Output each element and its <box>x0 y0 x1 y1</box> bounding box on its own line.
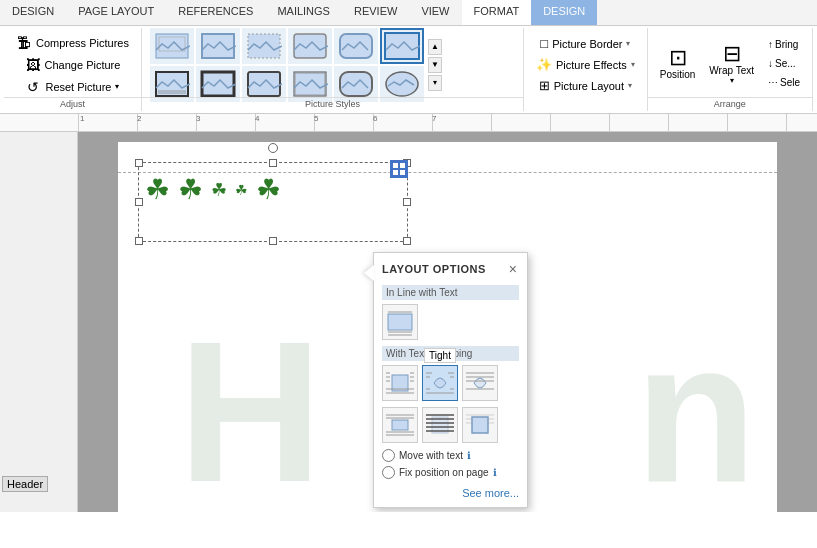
compress-label: Compress Pictures <box>36 37 129 49</box>
svg-rect-44 <box>392 420 408 430</box>
bring-icon: ↑ <box>768 39 773 50</box>
send-label: Se... <box>775 58 796 69</box>
style-thumbs-row-1 <box>150 28 424 64</box>
svg-rect-19 <box>400 170 405 175</box>
picture-layout-icon: ⊞ <box>539 78 550 93</box>
tab-view[interactable]: VIEW <box>409 0 461 25</box>
wrap-text-icon: ⊟ <box>723 43 741 65</box>
front-text-button[interactable] <box>462 407 498 443</box>
top-bottom-wrap-icon <box>386 411 414 439</box>
inline-text-button[interactable] <box>382 304 418 340</box>
picture-layout-dropdown: ▾ <box>628 81 632 90</box>
gallery-down-arrow[interactable]: ▼ <box>428 57 442 73</box>
svg-rect-58 <box>472 417 488 433</box>
move-with-text-row: Move with text ℹ <box>382 449 519 462</box>
bring-button[interactable]: ↑ Bring <box>762 37 806 52</box>
gallery-expand-arrow[interactable]: ▾ <box>428 75 442 91</box>
through-wrap-icon <box>466 369 494 397</box>
behind-text-button[interactable] <box>422 407 458 443</box>
gallery-scroll: ▲ ▼ ▾ <box>428 39 442 91</box>
popup-close-button[interactable]: × <box>507 261 519 277</box>
doc-area: ☘ ☘ ☘ ☘ ☘ H n <box>78 132 817 512</box>
handle-bottom-center[interactable] <box>269 237 277 245</box>
inline-text-icon <box>386 308 414 336</box>
adjust-group: 🗜 Compress Pictures 🖼 Change Picture ↺ R… <box>4 28 142 111</box>
fix-position-label: Fix position on page <box>399 467 489 478</box>
front-text-icon <box>466 411 494 439</box>
header-label: Header <box>2 476 48 492</box>
gallery-up-arrow[interactable]: ▲ <box>428 39 442 55</box>
fix-position-row: Fix position on page ℹ <box>382 466 519 479</box>
svg-rect-18 <box>393 170 398 175</box>
svg-rect-17 <box>400 163 405 168</box>
square-wrap-icon <box>386 369 414 397</box>
tab-references[interactable]: REFERENCES <box>166 0 265 25</box>
compress-pictures-button[interactable]: 🗜 Compress Pictures <box>12 33 133 53</box>
square-wrap-button[interactable] <box>382 365 418 401</box>
handle-top-center[interactable] <box>269 159 277 167</box>
fix-position-info-icon[interactable]: ℹ <box>493 467 497 478</box>
handle-middle-right[interactable] <box>403 198 411 206</box>
top-bottom-wrap-button[interactable] <box>382 407 418 443</box>
layout-options-trigger[interactable] <box>390 160 408 178</box>
reset-picture-label: Reset Picture <box>45 81 111 93</box>
picture-styles-group-label: Picture Styles <box>142 97 523 109</box>
tab-page-layout[interactable]: PAGE LAYOUT <box>66 0 166 25</box>
wrap-text-button[interactable]: ⊟ Wrap Text ▾ <box>703 41 760 87</box>
handle-top-left[interactable] <box>135 159 143 167</box>
picture-layout-button[interactable]: ⊞ Picture Layout ▾ <box>535 76 636 95</box>
bg-letter-n: n <box>635 312 757 512</box>
tight-wrap-icon <box>426 369 454 397</box>
picture-effects-icon: ✨ <box>536 57 552 72</box>
picture-options-group: □ Picture Border ▾ ✨ Picture Effects ▾ ⊞… <box>524 28 648 111</box>
bring-label: Bring <box>775 39 798 50</box>
position-button[interactable]: ⊡ Position <box>654 45 702 82</box>
picture-border-icon: □ <box>540 36 548 51</box>
move-with-text-label: Move with text <box>399 450 463 461</box>
handle-middle-left[interactable] <box>135 198 143 206</box>
select-icon: ⋯ <box>768 77 778 88</box>
rotate-handle[interactable] <box>268 143 278 153</box>
reset-dropdown-arrow: ▾ <box>115 82 119 91</box>
tab-format[interactable]: FORMAT <box>462 0 532 25</box>
tab-review[interactable]: REVIEW <box>342 0 409 25</box>
style-thumb-6[interactable] <box>380 28 424 64</box>
picture-styles-group: ▲ ▼ ▾ Picture Styles <box>142 28 524 111</box>
move-with-text-radio[interactable] <box>382 449 395 462</box>
handle-bottom-left[interactable] <box>135 237 143 245</box>
send-button[interactable]: ↓ Se... <box>762 56 806 71</box>
tab-design-contextual[interactable]: DESIGN <box>531 0 597 25</box>
wrap-text-dropdown: ▾ <box>730 76 734 85</box>
tab-design[interactable]: DESIGN <box>0 0 66 25</box>
svg-rect-9 <box>158 90 186 94</box>
select-button[interactable]: ⋯ Sele <box>762 75 806 90</box>
reset-picture-button[interactable]: ↺ Reset Picture ▾ <box>21 77 123 97</box>
tight-wrap-button[interactable]: Tight <box>422 365 458 401</box>
wrapping-section-label: With Text Wrapping <box>382 346 519 361</box>
picture-border-label: Picture Border <box>552 38 622 50</box>
image-selection[interactable]: ☘ ☘ ☘ ☘ ☘ <box>138 162 408 242</box>
send-icon: ↓ <box>768 58 773 69</box>
see-more-link[interactable]: See more... <box>462 487 519 499</box>
wrapping-icons-row-2 <box>382 407 519 443</box>
popup-title: LAYOUT OPTIONS <box>382 263 486 275</box>
position-label: Position <box>660 69 696 80</box>
style-thumb-2[interactable] <box>196 28 240 64</box>
style-thumb-4[interactable] <box>288 28 332 64</box>
fix-position-radio[interactable] <box>382 466 395 479</box>
handle-bottom-right[interactable] <box>403 237 411 245</box>
ribbon-toolbar: 🗜 Compress Pictures 🖼 Change Picture ↺ R… <box>0 26 817 114</box>
picture-border-button[interactable]: □ Picture Border ▾ <box>536 34 634 53</box>
style-thumb-5[interactable] <box>334 28 378 64</box>
move-with-text-info-icon[interactable]: ℹ <box>467 450 471 461</box>
picture-effects-dropdown: ▾ <box>631 60 635 69</box>
change-picture-button[interactable]: 🖼 Change Picture <box>21 55 125 75</box>
arrange-group: ⊡ Position ⊟ Wrap Text ▾ ↑ Bring ↓ Se...… <box>648 28 813 111</box>
through-wrap-button[interactable] <box>462 365 498 401</box>
tab-mailings[interactable]: MAILINGS <box>265 0 342 25</box>
ruler: 1 2 3 4 5 6 7 <box>0 114 817 132</box>
style-thumb-1[interactable] <box>150 28 194 64</box>
picture-effects-button[interactable]: ✨ Picture Effects ▾ <box>532 55 639 74</box>
style-thumb-3[interactable] <box>242 28 286 64</box>
ruler-inner: 1 2 3 4 5 6 7 <box>78 114 817 131</box>
